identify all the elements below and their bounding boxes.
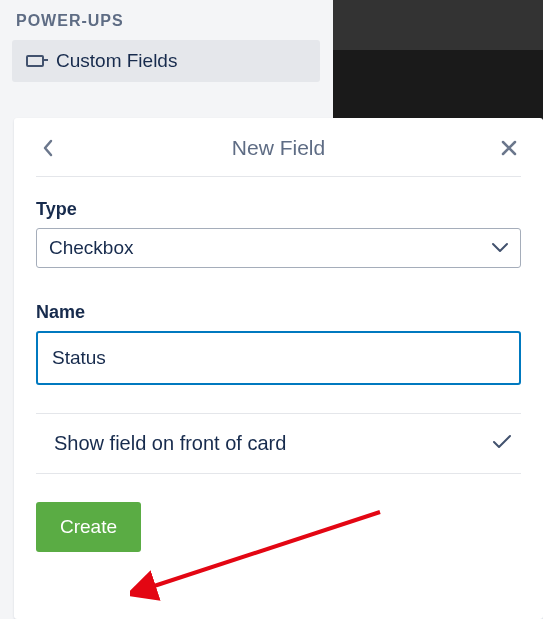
chevron-left-icon bbox=[41, 138, 55, 158]
sidebar-item-custom-fields[interactable]: Custom Fields bbox=[12, 40, 320, 82]
card-icon bbox=[26, 55, 44, 67]
type-select[interactable]: Checkbox bbox=[36, 228, 521, 268]
modal-title: New Field bbox=[232, 136, 325, 160]
close-button[interactable] bbox=[497, 136, 521, 160]
back-button[interactable] bbox=[36, 136, 60, 160]
show-on-front-toggle[interactable]: Show field on front of card bbox=[36, 413, 521, 474]
name-label: Name bbox=[36, 302, 521, 323]
sidebar: POWER-UPS Custom Fields bbox=[0, 0, 332, 94]
name-group: Name bbox=[36, 302, 521, 385]
sidebar-item-label: Custom Fields bbox=[56, 50, 177, 72]
show-on-front-label: Show field on front of card bbox=[54, 432, 286, 455]
new-field-modal: New Field Type Checkbox Name Show field … bbox=[14, 118, 543, 619]
check-icon bbox=[491, 433, 513, 455]
create-button[interactable]: Create bbox=[36, 502, 141, 552]
name-input[interactable] bbox=[36, 331, 521, 385]
type-group: Type Checkbox bbox=[36, 199, 521, 268]
background-darker-panel bbox=[333, 50, 543, 120]
type-select-wrapper: Checkbox bbox=[36, 228, 521, 268]
type-label: Type bbox=[36, 199, 521, 220]
section-title-powerups: POWER-UPS bbox=[12, 12, 320, 30]
close-icon bbox=[500, 139, 518, 157]
modal-header: New Field bbox=[36, 136, 521, 177]
